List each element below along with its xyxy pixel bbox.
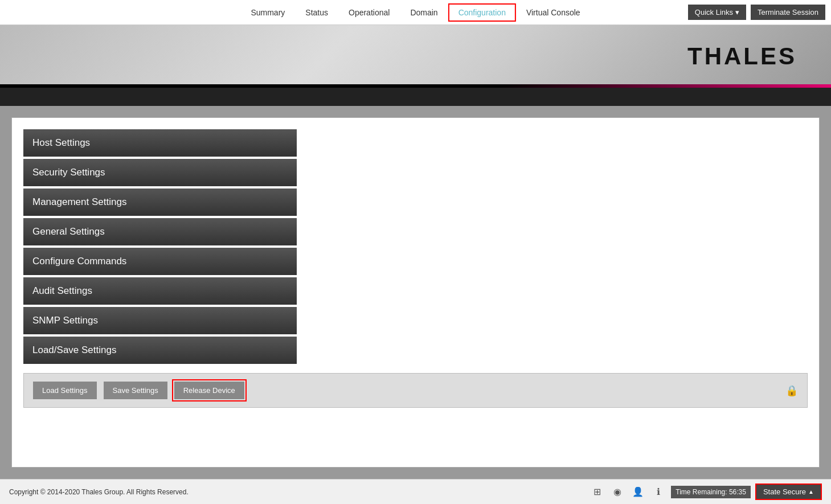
nav-item-configuration[interactable]: Configuration [448, 3, 516, 22]
circle-icon[interactable]: ◉ [609, 484, 625, 500]
nav-item-virtual-console[interactable]: Virtual Console [516, 3, 591, 22]
menu-item-configure-commands[interactable]: Configure Commands [23, 248, 297, 275]
menu-item-snmp-settings[interactable]: SNMP Settings [23, 307, 297, 334]
release-device-button[interactable]: Release Device [174, 382, 244, 399]
load-settings-button[interactable]: Load Settings [33, 382, 97, 399]
copyright-text: Copyright © 2014-2020 Thales Group. All … [9, 488, 189, 496]
menu-item-load-save-settings[interactable]: Load/Save Settings [23, 337, 297, 364]
quick-links-button[interactable]: Quick Links ▾ [688, 5, 746, 20]
nav-item-domain[interactable]: Domain [400, 3, 448, 22]
menu-item-general-settings[interactable]: General Settings [23, 218, 297, 245]
main-background: Host Settings Security Settings Manageme… [0, 106, 831, 479]
menu-item-management-settings[interactable]: Management Settings [23, 189, 297, 216]
menu-item-host-settings[interactable]: Host Settings [23, 129, 297, 157]
header-banner: THALES [0, 25, 831, 88]
person-icon[interactable]: 👤 [630, 484, 646, 500]
state-secure-button[interactable]: State Secure ▲ [755, 483, 822, 500]
nav-item-summary[interactable]: Summary [240, 3, 295, 22]
dark-strip [0, 88, 831, 106]
time-remaining: Time Remaining: 56:35 [671, 486, 751, 498]
nav-item-operational[interactable]: Operational [338, 3, 400, 22]
nav-item-status[interactable]: Status [295, 3, 338, 22]
footer-right: ⊞ ◉ 👤 ℹ Time Remaining: 56:35 State Secu… [589, 483, 822, 500]
save-settings-button[interactable]: Save Settings [104, 382, 167, 399]
nav-right: Quick Links ▾ Terminate Session [688, 5, 825, 20]
chevron-down-icon: ▾ [735, 8, 739, 17]
top-navigation: Summary Status Operational Domain Config… [0, 0, 831, 25]
nav-links: Summary Status Operational Domain Config… [240, 3, 590, 22]
menu-item-security-settings[interactable]: Security Settings [23, 159, 297, 186]
sidebar-menu: Host Settings Security Settings Manageme… [23, 129, 297, 364]
thales-logo: THALES [687, 43, 797, 70]
content-card: Host Settings Security Settings Manageme… [11, 117, 820, 468]
lock-icon: 🔒 [785, 384, 798, 397]
info-icon[interactable]: ℹ [650, 484, 666, 500]
terminate-session-button[interactable]: Terminate Session [751, 5, 825, 20]
action-bar: Load Settings Save Settings Release Devi… [23, 373, 808, 408]
chevron-up-icon: ▲ [808, 489, 814, 495]
menu-item-audit-settings[interactable]: Audit Settings [23, 277, 297, 305]
grid-icon[interactable]: ⊞ [589, 484, 605, 500]
footer: Copyright © 2014-2020 Thales Group. All … [0, 479, 831, 504]
